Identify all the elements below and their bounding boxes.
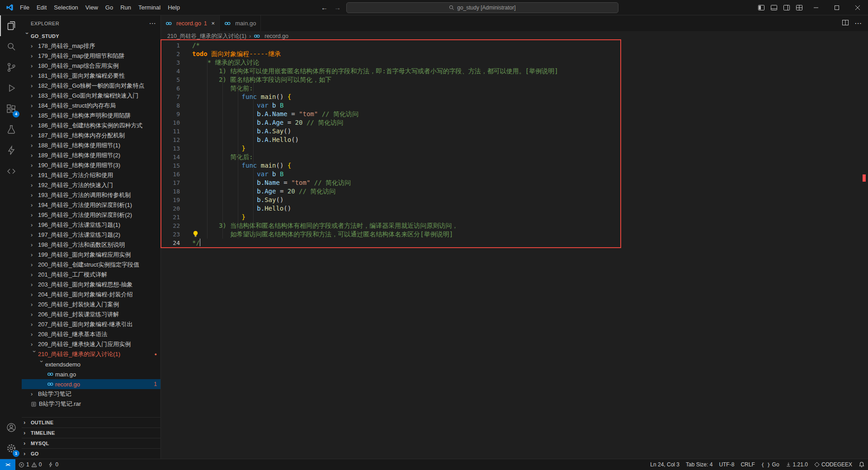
tree-folder[interactable]: ›179_尚硅谷_map使用细节和陷阱 bbox=[22, 51, 160, 61]
tree-folder[interactable]: ›183_尚硅谷_Go面向对象编程快速入门 bbox=[22, 91, 160, 101]
lightning-indicator[interactable]: 0 bbox=[45, 459, 61, 470]
code-line[interactable]: 6 简化前: bbox=[161, 84, 868, 93]
tree-folder[interactable]: ›185_尚硅谷_结构体声明和使用陷阱 bbox=[22, 111, 160, 121]
tree-folder[interactable]: ›205_尚硅谷_封装快速入门案例 bbox=[22, 300, 160, 310]
menu-help[interactable]: Help bbox=[164, 0, 184, 15]
tree-folder[interactable]: ›182_尚硅谷_Go独树一帜的面向对象特点 bbox=[22, 81, 160, 91]
code-line[interactable]: 20 b.Hello() bbox=[161, 204, 868, 213]
code-line[interactable]: 9 b.A.Name = "tom" // 简化访问 bbox=[161, 110, 868, 118]
tree-folder[interactable]: ›203_尚硅谷_面向对象编程思想-抽象 bbox=[22, 280, 160, 290]
tree-folder[interactable]: ›195_尚硅谷_方法使用的深度剖析(2) bbox=[22, 210, 160, 220]
problems-indicator[interactable]: 1 0 bbox=[15, 459, 45, 470]
tree-folder[interactable]: ›192_尚硅谷_方法的快速入门 bbox=[22, 180, 160, 190]
tree-folder[interactable]: ›204_尚硅谷_面向对象编程-封装介绍 bbox=[22, 290, 160, 300]
code-line[interactable]: 24*/ bbox=[161, 239, 868, 247]
minimize-button[interactable] bbox=[806, 0, 826, 15]
code-line[interactable]: 4 1) 结构体可以使用嵌套匿名结构体所有的字段和方法，即:首字母大写或者小写的… bbox=[161, 67, 868, 75]
source-control-icon[interactable] bbox=[0, 57, 22, 78]
tree-folder[interactable]: ›184_尚硅谷_struct的内存布局 bbox=[22, 101, 160, 111]
breadcrumb-item[interactable]: 210_尚硅谷_继承的深入讨论(1) bbox=[167, 33, 246, 40]
toggle-panel-icon[interactable] bbox=[768, 0, 780, 15]
tree-folder[interactable]: ›208_尚硅谷_继承基本语法 bbox=[22, 329, 160, 339]
code-line[interactable]: 10 b.A.Age = 20 // 简化访问 bbox=[161, 118, 868, 127]
close-window-button[interactable] bbox=[847, 0, 868, 15]
close-tab-icon[interactable]: × bbox=[212, 20, 215, 27]
menu-file[interactable]: File bbox=[16, 0, 33, 15]
code-line[interactable]: 5 2) 匿名结构体字段访问可以简化，如下 bbox=[161, 75, 868, 84]
code-line[interactable]: 21 } bbox=[161, 213, 868, 221]
customize-layout-icon[interactable] bbox=[793, 0, 806, 15]
tree-folder[interactable]: ›B站学习笔记 bbox=[22, 389, 160, 399]
code-line[interactable]: 1/* bbox=[161, 41, 868, 50]
tree-folder[interactable]: ›187_尚硅谷_结构体内存分配机制 bbox=[22, 131, 160, 141]
encoding[interactable]: UTF-8 bbox=[716, 459, 737, 470]
explorer-more-actions-icon[interactable]: ⋯ bbox=[149, 19, 156, 28]
language-mode[interactable]: { } Go bbox=[758, 459, 783, 470]
tree-folder[interactable]: ›extendsdemo bbox=[22, 359, 160, 369]
code-line[interactable]: 17 b.Name = "tom" // 简化访问 bbox=[161, 179, 868, 187]
editor-more-actions-icon[interactable]: ⋯ bbox=[854, 19, 862, 28]
cursor-position[interactable]: Ln 24, Col 3 bbox=[647, 459, 683, 470]
workspace-root-folder[interactable]: › GO_STUDY bbox=[22, 31, 160, 41]
tab-main.go[interactable]: main.go bbox=[220, 15, 261, 31]
tree-folder[interactable]: ›207_尚硅谷_面向对象编程-继承引出 bbox=[22, 320, 160, 329]
tree-folder[interactable]: ›191_尚硅谷_方法介绍和使用 bbox=[22, 170, 160, 180]
code-line[interactable]: 23 如希望访问匿名结构体的字段和方法，可以通过匿名结构体名来区分[举例说明] bbox=[161, 230, 868, 239]
indentation[interactable]: Tab Size: 4 bbox=[683, 459, 716, 470]
notifications-bell-icon[interactable] bbox=[855, 459, 868, 470]
nav-forward-icon[interactable]: → bbox=[333, 4, 342, 11]
code-line[interactable]: 3 * 继承的深入讨论 bbox=[161, 58, 868, 67]
code-line[interactable]: 7 func main() { bbox=[161, 93, 868, 101]
codegeex-status[interactable]: CODEGEEX bbox=[811, 459, 855, 470]
tree-folder[interactable]: ›186_尚硅谷_创建结构体实例的四种方式 bbox=[22, 121, 160, 131]
tree-folder[interactable]: ›200_尚硅谷_创建struct实例指定字段值 bbox=[22, 260, 160, 270]
tree-folder[interactable]: ›210_尚硅谷_继承的深入讨论(1)● bbox=[22, 349, 160, 359]
code-line[interactable]: 16 var b B bbox=[161, 170, 868, 179]
toggle-secondary-sidebar-icon[interactable] bbox=[780, 0, 793, 15]
tree-file[interactable]: main.go bbox=[22, 369, 160, 379]
tree-folder[interactable]: ›206_尚硅谷_封装课堂练习讲解 bbox=[22, 310, 160, 320]
explorer-icon[interactable] bbox=[0, 15, 22, 36]
section-timeline[interactable]: ›TIMELINE bbox=[22, 428, 160, 438]
lightbulb-icon[interactable] bbox=[192, 230, 199, 237]
tree-folder[interactable]: ›201_尚硅谷_工厂模式详解 bbox=[22, 270, 160, 280]
section-outline[interactable]: ›OUTLINE bbox=[22, 417, 160, 428]
tab-record.go[interactable]: record.go1× bbox=[161, 15, 220, 31]
extensions-icon[interactable]: 4 bbox=[0, 99, 22, 119]
tree-folder[interactable]: ›199_尚硅谷_面向对象编程应用实例 bbox=[22, 250, 160, 260]
tree-folder[interactable]: ›178_尚硅谷_map排序 bbox=[22, 41, 160, 51]
menu-selection[interactable]: Selection bbox=[50, 0, 81, 15]
menu-run[interactable]: Run bbox=[117, 0, 135, 15]
code-line[interactable]: 13 } bbox=[161, 144, 868, 153]
tree-folder[interactable]: ›196_尚硅谷_方法课堂练习题(1) bbox=[22, 220, 160, 230]
lightning-extension-icon[interactable] bbox=[0, 140, 22, 161]
menu-edit[interactable]: Edit bbox=[33, 0, 50, 15]
tree-folder[interactable]: ›197_尚硅谷_方法课堂练习题(2) bbox=[22, 230, 160, 240]
menu-go[interactable]: Go bbox=[102, 0, 117, 15]
run-debug-icon[interactable] bbox=[0, 78, 22, 99]
section-go[interactable]: ›GO bbox=[22, 448, 160, 459]
code-line[interactable]: 12 b.A.Hello() bbox=[161, 136, 868, 144]
remote-indicator[interactable]: >< bbox=[0, 459, 15, 470]
tree-file[interactable]: B站学习笔记.rar bbox=[22, 399, 160, 409]
tree-folder[interactable]: ›209_尚硅谷_继承快速入门应用实例 bbox=[22, 339, 160, 349]
command-center[interactable]: go_study [Administrator] bbox=[346, 2, 618, 13]
code-line[interactable]: 8 var b B bbox=[161, 101, 868, 110]
tree-folder[interactable]: ›188_尚硅谷_结构体使用细节(1) bbox=[22, 141, 160, 150]
tree-folder[interactable]: ›189_尚硅谷_结构体使用细节(2) bbox=[22, 150, 160, 160]
eol-sequence[interactable]: CRLF bbox=[737, 459, 758, 470]
testing-icon[interactable] bbox=[0, 119, 22, 140]
tree-file[interactable]: record.go1 bbox=[22, 379, 160, 389]
tree-folder[interactable]: ›180_尚硅谷_map综合应用实例 bbox=[22, 61, 160, 71]
tree-folder[interactable]: ›193_尚硅谷_方法的调用和传参机制 bbox=[22, 190, 160, 200]
code-line[interactable]: 11 b.A.Say() bbox=[161, 127, 868, 136]
code-line[interactable]: 15 func main() { bbox=[161, 161, 868, 170]
code-line[interactable]: 18 b.Age = 20 // 简化访问 bbox=[161, 187, 868, 196]
tree-folder[interactable]: ›181_尚硅谷_面向对象编程必要性 bbox=[22, 71, 160, 81]
maximize-button[interactable] bbox=[826, 0, 847, 15]
section-mysql[interactable]: ›MYSQL bbox=[22, 438, 160, 448]
nav-back-icon[interactable]: ← bbox=[320, 4, 329, 11]
toggle-primary-sidebar-icon[interactable] bbox=[755, 0, 768, 15]
menu-view[interactable]: View bbox=[82, 0, 102, 15]
search-icon[interactable] bbox=[0, 36, 22, 57]
